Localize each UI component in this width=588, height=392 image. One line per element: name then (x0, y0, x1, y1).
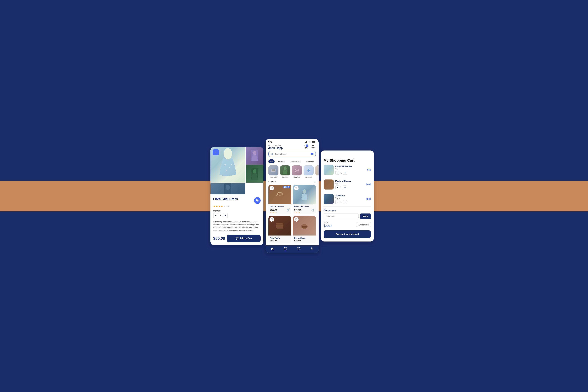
cat-icon-sp[interactable]: Sp (315, 166, 318, 178)
product-3-price-row: $120.00 (270, 240, 290, 242)
svg-rect-14 (305, 142, 306, 143)
bottom-navigation (266, 246, 318, 253)
thumbnail-image-1 (246, 147, 263, 164)
battery-icon (312, 141, 316, 143)
cart-item-2-decrease[interactable]: − (335, 186, 339, 190)
cart-item-2-increase[interactable]: + (343, 186, 347, 190)
product-card-2[interactable]: Floral Midi Dress $799.00 🛒 ★★★★★ (293, 185, 316, 214)
product-card-info-1: Modern Glasses $400.00 🛒 ★★★★★ (268, 204, 291, 214)
quantity-decrease-button[interactable]: − (213, 213, 218, 218)
product-description: A charming and versatile floral midi dre… (213, 220, 260, 232)
cart-item-3-decrease[interactable]: − (335, 200, 339, 204)
cat-icon-medicine[interactable]: Medicine (304, 166, 314, 178)
product-card-3[interactable]: Plaid Fabric $120.00 (268, 216, 291, 243)
greeting-subtitle: Good Morning, (268, 144, 283, 146)
nav-user[interactable] (310, 247, 314, 251)
svg-point-21 (307, 148, 307, 148)
svg-point-11 (236, 240, 237, 240)
star-3: ★ (218, 205, 220, 208)
svg-point-0 (224, 148, 232, 159)
product-2-name: Floral Midi Dress (294, 206, 314, 208)
category-tabs: All Fashion Electronics Medicine Jew (266, 160, 318, 166)
search-bar[interactable] (268, 151, 316, 157)
product-card-info-2: Floral Midi Dress $799.00 🛒 ★★★★★ (293, 204, 316, 214)
svg-point-44 (311, 248, 312, 248)
greeting-name: John Depp (268, 146, 283, 150)
electronics-icon (271, 168, 276, 173)
latest-section-header: Latest → (266, 180, 318, 185)
category-tab-jewellery[interactable]: Jew (318, 160, 318, 163)
svg-point-36 (303, 190, 306, 194)
product-card-4[interactable]: Brown Boots $250.00 (293, 216, 316, 243)
svg-line-33 (276, 194, 277, 196)
cart-item-1-increase[interactable]: + (343, 171, 347, 175)
cat-icon-fashion[interactable]: Fashion (280, 166, 290, 178)
product-3-fav[interactable] (270, 217, 274, 222)
sp-icon-circle (315, 166, 318, 176)
product-2-cart-icon[interactable]: 🛒 (311, 208, 314, 212)
svg-point-26 (284, 166, 286, 170)
svg-point-35 (279, 193, 281, 194)
cart-item-1-decrease[interactable]: − (335, 171, 339, 175)
svg-point-8 (253, 169, 256, 173)
product-card-img-1: 20% off (268, 185, 291, 204)
nav-heart[interactable] (297, 247, 300, 251)
cart-item-3-image (324, 194, 334, 204)
svg-rect-18 (315, 142, 316, 142)
camera-icon[interactable] (310, 152, 314, 156)
coupon-input[interactable] (324, 213, 358, 219)
cart-button[interactable]: 3 (303, 144, 308, 150)
product-3-price: $120.00 (270, 240, 277, 242)
search-input[interactable] (274, 153, 309, 155)
nav-home[interactable] (270, 247, 274, 251)
payment-method-button[interactable]: Credit Card (356, 222, 371, 228)
back-button-screen1[interactable] (213, 149, 219, 156)
category-tab-medicine[interactable]: Medicine (304, 160, 316, 163)
coupon-row: Apply (324, 213, 371, 219)
product-card-img-3 (268, 216, 291, 236)
category-tab-fashion[interactable]: Fashion (276, 160, 287, 163)
product-card-info-3: Plaid Fabric $120.00 (268, 236, 291, 243)
notification-button[interactable] (310, 144, 316, 150)
product-4-price: $250.00 (294, 240, 302, 242)
svg-point-31 (318, 168, 318, 172)
product-2-stars: ★★★★★ (294, 212, 314, 213)
product-1-cart-icon[interactable]: 🛒 (287, 208, 290, 212)
star-4: ★ (221, 205, 223, 208)
fashion-icon (282, 166, 288, 174)
star-2: ★ (216, 205, 218, 208)
latest-title: Latest (268, 180, 276, 183)
product-2-fav[interactable] (294, 186, 298, 190)
product-1-price-row: $400.00 🛒 (270, 208, 290, 212)
product-1-fav[interactable] (270, 186, 274, 190)
cart-item-3-price: $200 (366, 198, 371, 200)
cart-item-3-increase[interactable]: + (343, 200, 347, 204)
checkout-button[interactable]: Proceed to checkout (324, 230, 371, 238)
quantity-label: Quantity (213, 210, 260, 212)
cat-icon-jewellery[interactable]: Jewellery (292, 166, 302, 178)
favorite-button[interactable] (254, 197, 260, 204)
product-4-fav[interactable] (294, 217, 298, 222)
cart-item-1-price: $50 (367, 168, 371, 171)
product-name: Floral Midi Dress (213, 197, 238, 201)
product-card-1[interactable]: 20% off Modern Glasses $400.00 🛒 ★★★★★ (268, 185, 291, 214)
total-label: Total (324, 221, 332, 224)
see-all-button[interactable]: → (313, 180, 316, 183)
cart-item-2-qty-value: 1 (340, 186, 342, 188)
greeting: Good Morning, John Depp (268, 144, 283, 150)
apply-coupon-button[interactable]: Apply (360, 214, 371, 219)
status-time: 9:41 (268, 141, 272, 143)
cart-item-1-name: Floral Midi Dress (335, 165, 366, 168)
quantity-increase-button[interactable]: + (223, 213, 228, 218)
svg-point-6 (253, 151, 256, 155)
category-tab-electronics[interactable]: Electronics (289, 160, 302, 163)
price-cart-row: $50.00 Add to Cart (213, 235, 260, 242)
status-bar: 9:41 (266, 139, 318, 143)
nav-bag[interactable] (284, 247, 287, 251)
cat-icon-electronics[interactable]: Electronics (268, 166, 278, 178)
category-tab-all[interactable]: All (268, 160, 275, 163)
add-to-cart-button[interactable]: Add to Cart (227, 235, 260, 242)
cart-badge: 3 (306, 144, 308, 147)
category-icons-row: Electronics Fashion Jewe (266, 166, 318, 180)
back-button-screen3[interactable] (324, 153, 371, 157)
